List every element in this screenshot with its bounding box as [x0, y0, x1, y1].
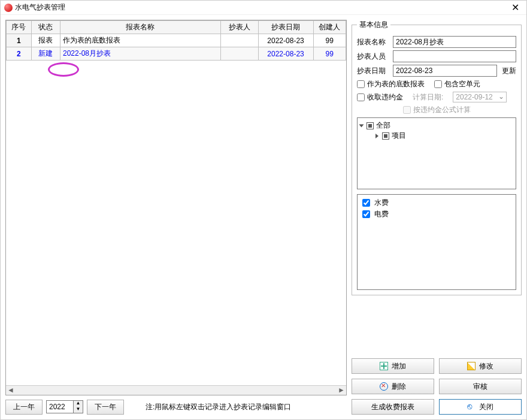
close-icon: [467, 403, 475, 411]
fee-list[interactable]: 水费 电费: [357, 194, 516, 290]
window-close-button[interactable]: ✕: [508, 2, 523, 13]
cell-date: 2022-08-23: [258, 47, 313, 61]
chk-base[interactable]: 作为表的底数报表: [357, 79, 425, 89]
col-status[interactable]: 状态: [31, 21, 60, 34]
cell-name: 2022-08月抄表: [60, 47, 220, 61]
prev-year-button[interactable]: 上一年: [5, 400, 43, 415]
name-label: 报表名称: [357, 37, 390, 47]
scroll-right-icon[interactable]: ►: [337, 386, 346, 395]
year-spinner[interactable]: ▲▼: [74, 400, 83, 413]
scope-tree[interactable]: 全部 项目: [357, 117, 516, 189]
edit-button[interactable]: 修改: [439, 358, 522, 374]
checkbox-mixed-icon[interactable]: [367, 122, 374, 129]
year-input[interactable]: [46, 400, 74, 413]
delete-icon: [380, 382, 388, 391]
basic-info-panel: 基本信息 报表名称 抄表人员 抄表日期 更新 作为表的底数报表 包含空单元: [352, 20, 522, 295]
fee-item[interactable]: 水费: [360, 197, 513, 209]
generate-report-button[interactable]: 生成收费报表: [352, 399, 434, 415]
col-creator[interactable]: 创建人: [313, 21, 346, 34]
close-button[interactable]: 关闭: [439, 399, 522, 415]
checkbox-mixed-icon[interactable]: [382, 132, 389, 140]
expand-icon[interactable]: [375, 134, 378, 138]
report-name-input[interactable]: [393, 36, 516, 48]
tree-root[interactable]: 全部: [360, 120, 513, 131]
reader-label: 抄表人员: [357, 52, 390, 62]
chk-empty[interactable]: 包含空单元: [434, 79, 480, 89]
cell-reader: [220, 34, 258, 47]
update-button[interactable]: 更新: [502, 66, 516, 76]
col-reader[interactable]: 抄表人: [220, 21, 258, 34]
report-table[interactable]: 序号 状态 报表名称 抄表人 抄表日期 创建人 1 报表 作为表的底数报表: [5, 20, 347, 395]
add-button[interactable]: 增加: [352, 358, 434, 374]
cell-num: 2: [7, 47, 32, 61]
table-row[interactable]: 2 新建 2022-08月抄表 2022-08-23 99: [7, 47, 346, 61]
cell-status: 新建: [31, 47, 60, 61]
scroll-left-icon[interactable]: ◄: [6, 386, 16, 395]
date-input[interactable]: [393, 65, 497, 77]
delete-button[interactable]: 删除: [352, 379, 434, 394]
add-icon: [380, 362, 388, 370]
date-label: 抄表日期: [357, 66, 390, 76]
col-num[interactable]: 序号: [7, 21, 32, 34]
col-date[interactable]: 抄表日期: [258, 21, 313, 34]
app-icon: [4, 4, 13, 12]
cell-creator: 99: [313, 47, 346, 61]
edit-icon: [467, 362, 475, 370]
annotation-circle: [48, 62, 79, 77]
table-row[interactable]: 1 报表 作为表的底数报表 2022-08-23 99: [7, 34, 346, 47]
tree-child[interactable]: 项目: [375, 131, 513, 141]
col-name[interactable]: 报表名称: [60, 21, 220, 34]
calc-date-label: 计算日期:: [413, 92, 443, 102]
reader-input[interactable]: [393, 50, 516, 62]
cell-name: 作为表的底数报表: [60, 34, 220, 47]
next-year-button[interactable]: 下一年: [87, 400, 124, 415]
hint-text: 注:用鼠标左键双击记录进入抄表记录编辑窗口: [146, 402, 291, 412]
calc-date-combo[interactable]: 2022-09-12: [453, 92, 507, 102]
expand-icon[interactable]: [359, 124, 364, 127]
cell-creator: 99: [313, 34, 346, 47]
audit-button[interactable]: 审核: [439, 379, 522, 394]
cell-status: 报表: [31, 34, 60, 47]
window-title: 水电气抄表管理: [15, 2, 508, 13]
cell-num: 1: [7, 34, 32, 47]
cell-reader: [220, 47, 258, 61]
chk-penalty[interactable]: 收取违约金: [357, 92, 403, 102]
chk-formula: 按违约金公式计算: [403, 105, 471, 115]
panel-legend: 基本信息: [357, 20, 390, 30]
cell-date: 2022-08-23: [258, 34, 313, 47]
horizontal-scrollbar[interactable]: ◄ ►: [6, 385, 346, 395]
titlebar: 水电气抄表管理 ✕: [1, 1, 526, 15]
fee-item[interactable]: 电费: [360, 209, 513, 220]
